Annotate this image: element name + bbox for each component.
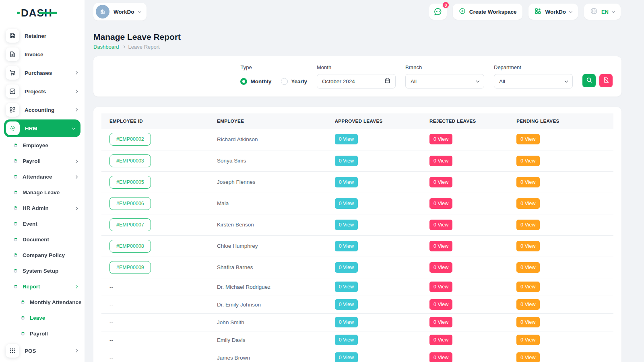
workspace-switcher[interactable]: WorkDo [93,3,147,21]
pending-leaves-badge[interactable]: 0 View [516,317,539,327]
approved-leaves-badge[interactable]: 0 View [335,299,358,310]
employee-id-badge[interactable]: #EMP00002 [109,133,151,146]
employee-id-cell: #EMP00006 [101,193,209,214]
month-value: October 2024 [322,78,355,84]
column-header: PENDING LEAVES [508,113,613,129]
clear-filter-icon [603,77,609,84]
messages-button[interactable]: 0 [429,4,447,20]
pending-leaves-badge[interactable]: 0 View [516,198,539,209]
sidebar-item-pos[interactable]: POS [0,341,85,360]
search-button[interactable] [582,74,596,87]
approved-leaves-badge[interactable]: 0 View [335,156,358,166]
employee-name-cell: Dr. Emily Johnson [209,296,327,313]
rejected-leaves-badge[interactable]: 0 View [429,220,452,230]
reset-filter-button[interactable] [599,74,613,87]
rejected-leaves-badge[interactable]: 0 View [429,262,452,273]
department-select[interactable]: All [494,74,573,88]
employee-id-empty: -- [109,319,113,325]
approved-leaves-badge[interactable]: 0 View [335,220,358,230]
table-row: #EMP00005Joseph Fiennes0 View0 View0 Vie… [101,171,613,193]
month-input[interactable]: October 2024 [317,74,396,88]
employee-id-badge[interactable]: #EMP00006 [109,197,151,210]
sidebar-item-leave[interactable]: Leave [0,310,85,326]
sidebar-item-purchases[interactable]: Purchases [0,64,85,82]
pending-leaves-badge[interactable]: 0 View [516,241,539,251]
language-code: EN [601,9,609,15]
create-workspace-button[interactable]: Create Workspace [453,4,523,20]
branch-select[interactable]: All [405,74,484,88]
pending-leaves-badge[interactable]: 0 View [516,299,539,310]
employee-id-badge[interactable]: #EMP00005 [109,176,151,189]
approved-leaves-badge[interactable]: 0 View [335,282,358,292]
sidebar-item-retainer[interactable]: Retainer [0,27,85,45]
rejected-leaves-badge[interactable]: 0 View [429,282,452,292]
radio-monthly[interactable]: Monthly [240,78,271,85]
approved-leaves-cell: 0 View [327,171,421,193]
pending-leaves-badge[interactable]: 0 View [516,220,539,230]
rejected-leaves-badge[interactable]: 0 View [429,335,452,345]
rejected-leaves-badge[interactable]: 0 View [429,241,452,251]
employee-id-badge[interactable]: #EMP00009 [109,261,151,274]
approved-leaves-badge[interactable]: 0 View [335,317,358,327]
pending-leaves-badge[interactable]: 0 View [516,134,539,144]
approved-leaves-cell: 0 View [327,278,421,296]
pending-leaves-badge[interactable]: 0 View [516,282,539,292]
employee-id-badge[interactable]: #EMP00007 [109,218,151,231]
chevron-right-icon [74,175,78,178]
sidebar-item-label: Projects [25,88,70,95]
pending-leaves-badge[interactable]: 0 View [516,335,539,345]
pending-leaves-badge[interactable]: 0 View [516,177,539,187]
rejected-leaves-badge[interactable]: 0 View [429,198,452,209]
sidebar-item-hr-admin[interactable]: HR Admin [0,200,85,216]
sidebar-item-invoice[interactable]: Invoice [0,45,85,64]
app-logo[interactable]: DASH [0,0,85,26]
pending-leaves-badge[interactable]: 0 View [516,352,539,362]
employee-id-cell: #EMP00003 [101,150,209,171]
approved-leaves-badge[interactable]: 0 View [335,177,358,187]
rejected-leaves-badge[interactable]: 0 View [429,156,452,166]
employee-id-cell: #EMP00002 [101,129,209,150]
bullet-icon [14,175,17,179]
sidebar-item-payroll[interactable]: Payroll [0,326,85,341]
sidebar-item-document[interactable]: Document [0,232,85,247]
language-selector[interactable]: EN [584,4,621,20]
sidebar-item-accounting[interactable]: Accounting [0,101,85,119]
rejected-leaves-badge[interactable]: 0 View [429,177,452,187]
sidebar-item-event[interactable]: Event [0,216,85,232]
sidebar-item-report[interactable]: Report [0,279,85,294]
sidebar-item-attendance[interactable]: Attendance [0,169,85,185]
rejected-leaves-badge[interactable]: 0 View [429,134,452,144]
employee-id-badge[interactable]: #EMP00003 [109,154,151,167]
rejected-leaves-cell: 0 View [421,296,508,313]
workdo-menu-button[interactable]: WorkDo [528,4,578,20]
approved-leaves-badge[interactable]: 0 View [335,134,358,144]
sidebar-item-payroll[interactable]: Payroll [0,153,85,169]
employee-id-empty: -- [109,284,113,290]
employee-name-cell: Dr. Michael Rodriguez [209,278,327,296]
pending-leaves-badge[interactable]: 0 View [516,262,539,273]
rejected-leaves-badge[interactable]: 0 View [429,317,452,327]
radio-yearly[interactable]: Yearly [281,78,307,85]
pending-leaves-cell: 0 View [508,331,613,349]
employee-name-cell: Joseph Fiennes [209,171,327,193]
sidebar-item-manage-leave[interactable]: Manage Leave [0,185,85,200]
chevron-down-icon [565,79,568,82]
sidebar-item-system-setup[interactable]: System Setup [0,263,85,279]
sidebar-item-employee[interactable]: Employee [0,138,85,153]
rejected-leaves-badge[interactable]: 0 View [429,299,452,310]
approved-leaves-badge[interactable]: 0 View [335,241,358,251]
employee-id-badge[interactable]: #EMP00008 [109,240,151,253]
sidebar-item-label: Report [23,284,70,290]
sidebar-item-projects[interactable]: Projects [0,82,85,101]
approved-leaves-badge[interactable]: 0 View [335,352,358,362]
pending-leaves-badge[interactable]: 0 View [516,156,539,166]
rejected-leaves-badge[interactable]: 0 View [429,352,452,362]
approved-leaves-badge[interactable]: 0 View [335,335,358,345]
breadcrumb-dashboard-link[interactable]: Dashboard [93,44,119,50]
employee-id-cell: -- [101,296,209,313]
sidebar-item-company-policy[interactable]: Company Policy [0,247,85,263]
approved-leaves-badge[interactable]: 0 View [335,262,358,273]
approved-leaves-badge[interactable]: 0 View [335,198,358,209]
sidebar-item-hrm[interactable]: HRM [4,119,80,137]
sidebar-item-monthly-attendance[interactable]: Monthly Attendance [0,294,85,310]
